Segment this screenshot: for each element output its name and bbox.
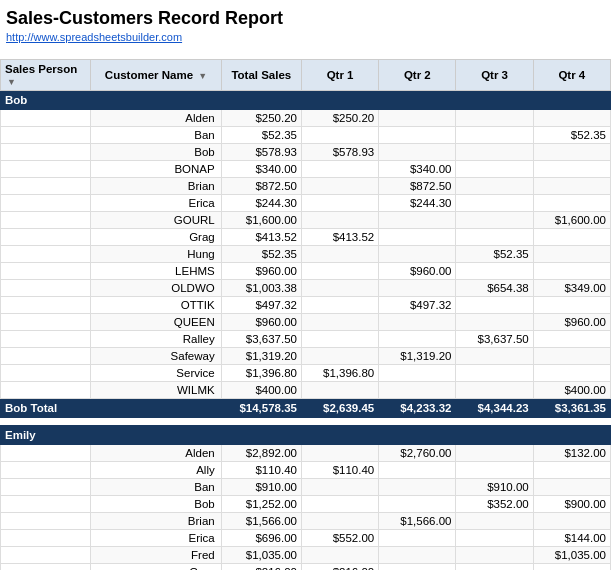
qtr2-cell — [379, 479, 456, 496]
qtr1-cell — [301, 445, 378, 462]
total-cell: $110.40 — [221, 462, 301, 479]
qtr1-cell — [301, 127, 378, 144]
total-cell: $1,600.00 — [221, 212, 301, 229]
header-customer-name[interactable]: Customer Name ▼ — [91, 60, 221, 91]
group-total-label: Bob Total — [1, 399, 222, 418]
table-row: Ralley $3,637.50 $3,637.50 — [1, 331, 611, 348]
qtr1-cell: $413.52 — [301, 229, 378, 246]
total-cell: $400.00 — [221, 382, 301, 399]
customer-name-cell: Bob — [91, 496, 221, 513]
qtr2-cell — [379, 382, 456, 399]
qtr4-cell — [533, 513, 610, 530]
table-row: Bob $1,252.00 $352.00 $900.00 — [1, 496, 611, 513]
qtr4-cell — [533, 462, 610, 479]
total-cell: $696.00 — [221, 530, 301, 547]
qtr3-cell — [456, 365, 533, 382]
qtr3-cell — [456, 462, 533, 479]
qtr1-cell — [301, 212, 378, 229]
table-row: GOURL $1,600.00 $1,600.00 — [1, 212, 611, 229]
customer-name-cell: Brian — [91, 513, 221, 530]
qtr4-cell — [533, 479, 610, 496]
qtr2-cell — [379, 212, 456, 229]
qtr1-cell — [301, 331, 378, 348]
spacer-row — [1, 418, 611, 426]
qtr3-cell — [456, 178, 533, 195]
qtr1-cell — [301, 496, 378, 513]
qtr2-cell: $872.50 — [379, 178, 456, 195]
qtr1-cell — [301, 246, 378, 263]
sales-person-cell — [1, 212, 91, 229]
qtr3-cell: $3,637.50 — [456, 331, 533, 348]
filter-arrow-sales-person[interactable]: ▼ — [7, 77, 16, 87]
qtr4-cell: $52.35 — [533, 127, 610, 144]
qtr3-cell — [456, 382, 533, 399]
qtr1-cell: $216.00 — [301, 564, 378, 571]
header-qtr2: Qtr 2 — [379, 60, 456, 91]
report-title: Sales-Customers Record Report — [0, 0, 611, 31]
qtr2-cell — [379, 365, 456, 382]
total-cell: $578.93 — [221, 144, 301, 161]
sales-person-cell — [1, 547, 91, 564]
sales-person-cell — [1, 229, 91, 246]
total-cell: $1,003.38 — [221, 280, 301, 297]
total-cell: $872.50 — [221, 178, 301, 195]
qtr3-cell — [456, 513, 533, 530]
report-link[interactable]: http://www.spreadsheetsbuilder.com — [0, 31, 611, 49]
sales-person-cell — [1, 530, 91, 547]
table-row: Grag $413.52 $413.52 — [1, 229, 611, 246]
customer-name-cell: Brian — [91, 178, 221, 195]
total-cell: $3,637.50 — [221, 331, 301, 348]
customer-name-cell: Ban — [91, 127, 221, 144]
filter-arrow-customer-name[interactable]: ▼ — [198, 71, 207, 81]
qtr3-cell: $654.38 — [456, 280, 533, 297]
sales-person-cell — [1, 246, 91, 263]
total-cell: $1,319.20 — [221, 348, 301, 365]
total-cell: $1,566.00 — [221, 513, 301, 530]
customer-name-cell: Erica — [91, 195, 221, 212]
group-total-qtr1: $2,639.45 — [301, 399, 378, 418]
table-row: OLDWO $1,003.38 $654.38 $349.00 — [1, 280, 611, 297]
qtr3-cell — [456, 110, 533, 127]
sales-person-cell — [1, 297, 91, 314]
qtr4-cell — [533, 564, 610, 571]
table-row: BONAP $340.00 $340.00 — [1, 161, 611, 178]
qtr4-cell — [533, 195, 610, 212]
qtr3-cell — [456, 297, 533, 314]
qtr2-cell: $497.32 — [379, 297, 456, 314]
table-row: LEHMS $960.00 $960.00 — [1, 263, 611, 280]
group-total-qtr3: $4,344.23 — [456, 399, 533, 418]
qtr1-cell — [301, 263, 378, 280]
qtr4-cell — [533, 365, 610, 382]
total-cell: $413.52 — [221, 229, 301, 246]
total-cell: $1,252.00 — [221, 496, 301, 513]
group-name: Emily — [1, 426, 222, 445]
customer-name-cell: Service — [91, 365, 221, 382]
table-row: WILMK $400.00 $400.00 — [1, 382, 611, 399]
qtr1-cell: $552.00 — [301, 530, 378, 547]
qtr4-cell — [533, 246, 610, 263]
qtr4-cell: $400.00 — [533, 382, 610, 399]
total-cell: $2,892.00 — [221, 445, 301, 462]
qtr1-cell — [301, 314, 378, 331]
customer-name-cell: OTTIK — [91, 297, 221, 314]
total-cell: $340.00 — [221, 161, 301, 178]
header-sales-person[interactable]: Sales Person ▼ — [1, 60, 91, 91]
customer-name-cell: OLDWO — [91, 280, 221, 297]
sales-person-cell — [1, 496, 91, 513]
table-row: Bob $578.93 $578.93 — [1, 144, 611, 161]
customer-name-cell: Ralley — [91, 331, 221, 348]
qtr2-cell — [379, 110, 456, 127]
qtr2-cell: $1,319.20 — [379, 348, 456, 365]
table-row: Alden $250.20 $250.20 — [1, 110, 611, 127]
qtr3-cell — [456, 127, 533, 144]
qtr4-cell: $900.00 — [533, 496, 610, 513]
qtr2-cell: $1,566.00 — [379, 513, 456, 530]
total-cell: $244.30 — [221, 195, 301, 212]
table-header: Sales Person ▼ Customer Name ▼ Total Sal… — [1, 60, 611, 91]
qtr3-cell — [456, 144, 533, 161]
total-cell: $52.35 — [221, 127, 301, 144]
sales-person-cell — [1, 161, 91, 178]
customer-name-cell: GOURL — [91, 212, 221, 229]
qtr1-cell — [301, 479, 378, 496]
qtr3-cell: $910.00 — [456, 479, 533, 496]
